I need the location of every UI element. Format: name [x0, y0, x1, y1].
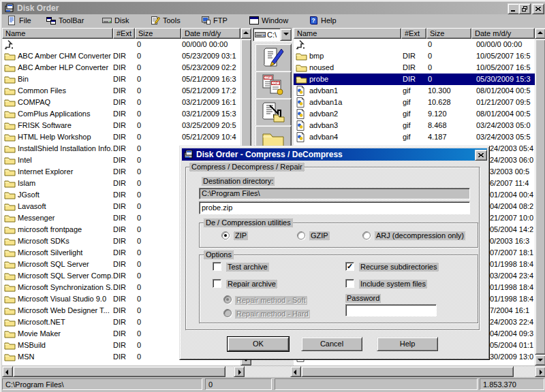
- right-header-date[interactable]: Date m/d/y: [471, 28, 535, 39]
- folder-icon: [4, 282, 16, 293]
- cell-name: FRISK Software: [18, 121, 112, 130]
- drive-selector[interactable]: C:\: [253, 28, 292, 42]
- right-hscroll-thumb[interactable]: [301, 366, 514, 377]
- menu-item-toolbar[interactable]: ToolBar: [45, 15, 85, 26]
- file-row[interactable]: COMPAQDIR003/21/2009 16:1: [2, 97, 240, 108]
- cell-name: Lavasoft: [18, 202, 112, 211]
- file-row[interactable]: nousedDIR010/05/2007 16:5: [294, 62, 535, 74]
- right-hscrollbar[interactable]: [290, 366, 545, 377]
- cell-date: 00/00/0 00:00: [476, 40, 535, 49]
- restore-button[interactable]: [518, 3, 531, 14]
- file-row[interactable]: advban1agif10.62801/21/2007 09:5: [294, 97, 535, 108]
- file-row[interactable]: ABC Amber CHM ConverterDIR005/23/2009 03…: [2, 50, 240, 62]
- cell-ext: DIR: [403, 52, 426, 61]
- file-row[interactable]: ComPlus ApplicationsDIR003/21/2009 15:3: [2, 108, 240, 120]
- folder-icon: [4, 201, 16, 212]
- test-archive-checkbox[interactable]: [213, 262, 221, 271]
- copy-button[interactable]: [255, 71, 292, 99]
- drive-value: C:\: [267, 31, 277, 39]
- left-header-date[interactable]: Date m/d/y: [181, 28, 240, 39]
- help-button[interactable]: Help: [377, 337, 438, 351]
- cell-size: 0: [137, 283, 181, 292]
- file-row[interactable]: [2, 363, 240, 365]
- file-row[interactable]: bmpDIR010/05/2007 16:5: [294, 50, 535, 62]
- file-row[interactable]: advban1gif10.30008/01/2004 00:5: [294, 85, 535, 97]
- menu-item-file[interactable]: File: [5, 15, 33, 26]
- file-row[interactable]: 000/00/0 00:00: [2, 39, 240, 50]
- close-button[interactable]: [532, 3, 544, 14]
- cell-date-fragment: 07/2007 18:1: [490, 248, 535, 257]
- cell-size: 0: [137, 121, 181, 130]
- cell-name: Microsoft Synchronization S...: [18, 283, 112, 292]
- file-row[interactable]: ABC Amber HLP ConverterDIR005/23/2009 02…: [2, 62, 240, 74]
- left-hscrollbar[interactable]: [2, 366, 245, 377]
- right-header-ext[interactable]: #Ext: [401, 28, 426, 39]
- recurse-subdirectories-label[interactable]: Recurse subdirectories: [359, 263, 439, 272]
- repair-method-soft-label: Repair method - Soft: [235, 296, 307, 305]
- test-archive-label[interactable]: Test archive: [226, 263, 269, 272]
- cell-date: 05/23/2009 03:1: [182, 52, 240, 61]
- archive-name-input[interactable]: probe.zip: [199, 201, 470, 214]
- right-header-size[interactable]: Size: [426, 28, 471, 39]
- cell-ext: DIR: [113, 179, 136, 188]
- repair-archive-label[interactable]: Repair archive: [226, 280, 277, 289]
- menu-item-window[interactable]: Window: [248, 15, 290, 26]
- menu-item-tools[interactable]: Tools: [149, 15, 182, 26]
- left-hscroll-thumb[interactable]: [13, 366, 225, 377]
- app-icon: [5, 3, 14, 13]
- cancel-button[interactable]: Cancel: [301, 337, 362, 351]
- zip-radio[interactable]: [221, 231, 230, 240]
- move-icon: [262, 101, 285, 123]
- right-vscroll-thumb[interactable]: [535, 39, 545, 355]
- left-scroll-left-button[interactable]: [2, 366, 13, 377]
- menu-item-ftp[interactable]: FTP: [200, 15, 229, 26]
- cell-date: 03/24/2003 05:0: [476, 121, 535, 130]
- right-scroll-down-button[interactable]: [535, 355, 545, 365]
- repair-archive-checkbox[interactable]: [213, 279, 221, 288]
- cell-ext: DIR: [113, 318, 136, 327]
- ok-button[interactable]: OK: [228, 337, 289, 351]
- file-row[interactable]: advban3gif8.46803/24/2003 05:0: [294, 120, 535, 131]
- cell-name: bmp: [309, 52, 401, 61]
- edit-button[interactable]: [255, 44, 292, 72]
- file-row[interactable]: probeDIR005/30/2009 15:3: [294, 74, 535, 85]
- left-scroll-up-button[interactable]: [240, 28, 251, 39]
- cell-date: 05/30/2009 15:3: [476, 75, 535, 84]
- zip-radio-label[interactable]: ZIP: [234, 231, 248, 240]
- left-header-name[interactable]: Name: [2, 28, 113, 39]
- arj-radio-label[interactable]: ARJ (decompression only): [375, 231, 465, 240]
- cell-date: 03/21/2009 16:1: [182, 98, 240, 107]
- right-scroll-up-button[interactable]: [535, 28, 545, 39]
- file-row[interactable]: HTML Help WorkshopDIR005/21/2009 10:4: [2, 131, 240, 143]
- file-row[interactable]: 000/00/0 00:00: [294, 39, 535, 50]
- cell-size: 0: [137, 133, 181, 142]
- password-input[interactable]: [345, 304, 437, 316]
- arj-radio[interactable]: [362, 231, 371, 240]
- cell-ext: DIR: [403, 75, 426, 84]
- folder-icon: [4, 155, 16, 165]
- file-row[interactable]: FRISK SoftwareDIR003/25/2009 20:5: [2, 120, 240, 131]
- menu-item-help[interactable]: Help: [307, 15, 338, 26]
- gzip-radio[interactable]: [297, 231, 305, 240]
- left-header-size[interactable]: Size: [135, 28, 181, 39]
- left-header-ext[interactable]: #Ext: [113, 28, 135, 39]
- include-system-files-label[interactable]: Include system files: [359, 280, 427, 289]
- include-system-files-checkbox[interactable]: [345, 279, 354, 288]
- right-scroll-left-button[interactable]: [290, 366, 301, 377]
- file-row[interactable]: Common FilesDIR005/21/2009 17:2: [2, 85, 240, 97]
- file-row[interactable]: advban2gif9.12008/01/2004 00:5: [294, 108, 535, 120]
- cell-name: Bin: [18, 75, 112, 84]
- drive-dropdown-button[interactable]: [280, 29, 292, 41]
- file-row[interactable]: BinDIR005/21/2009 16:3: [2, 74, 240, 85]
- menu-item-disk[interactable]: Disk: [101, 15, 130, 26]
- right-header-name[interactable]: Name: [294, 28, 401, 39]
- dialog-close-button[interactable]: [475, 150, 487, 161]
- left-scroll-right-button[interactable]: [234, 366, 245, 377]
- repair-method-hard-label: Repair method - Hard: [235, 310, 310, 318]
- right-vscrollbar[interactable]: [535, 28, 545, 365]
- recurse-subdirectories-checkbox[interactable]: [345, 262, 354, 271]
- move-button[interactable]: [255, 98, 292, 127]
- file-row[interactable]: advban4gif4.18703/24/2003 05:5: [294, 131, 535, 143]
- gzip-radio-label[interactable]: GZIP: [309, 231, 330, 240]
- right-scroll-right-button[interactable]: [535, 366, 545, 377]
